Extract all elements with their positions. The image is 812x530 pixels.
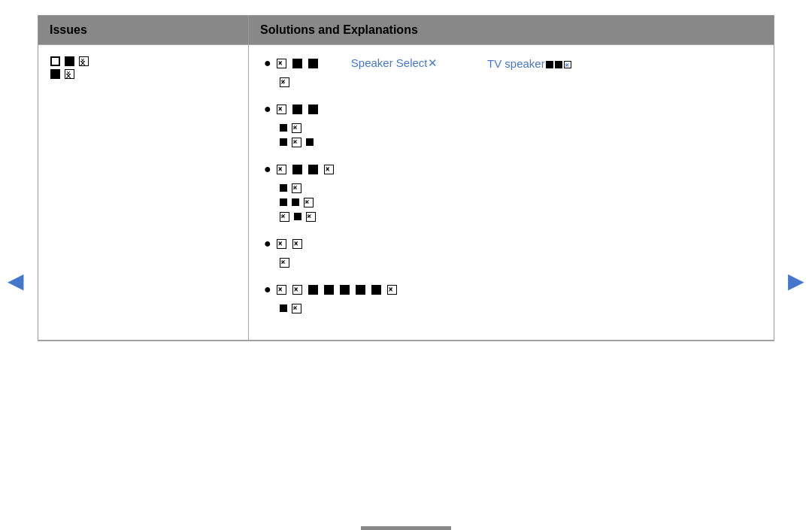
s2s2-icon2 bbox=[306, 138, 314, 146]
solution-3-sub-1: × bbox=[279, 181, 759, 193]
main-table: Issues Solutions and Explanations × bbox=[38, 15, 774, 341]
s3s1-x: × bbox=[292, 183, 301, 193]
solution-item-3: ● × × × × bbox=[264, 162, 759, 222]
issues-column: × × bbox=[38, 45, 249, 340]
s2s1-icon bbox=[280, 124, 287, 132]
page-container: ◀ ▶ Issues Solutions and Explanations × bbox=[0, 15, 812, 530]
sol1-icon-2 bbox=[292, 59, 302, 68]
issue-line-2: × bbox=[50, 69, 237, 79]
header-issues: Issues bbox=[38, 16, 249, 44]
sol5-icon-8: × bbox=[387, 285, 397, 295]
solution-3-main: ● × × bbox=[264, 162, 759, 176]
issue-icon-3: × bbox=[79, 56, 89, 66]
language-bar[interactable]: English bbox=[361, 526, 451, 530]
sol1-icon-3 bbox=[308, 59, 318, 68]
solution-1-main: ● × Speaker Select✕ TV speaker× bbox=[264, 56, 759, 70]
solution-3-sub-2: × bbox=[279, 195, 759, 207]
solution-item-4: ● × × × bbox=[264, 237, 759, 268]
solutions-column: ● × Speaker Select✕ TV speaker× × bbox=[249, 45, 774, 340]
solution-2-main: ● × bbox=[264, 102, 759, 116]
solution-5-sub-1: × bbox=[279, 301, 759, 313]
solution-1-link-2[interactable]: TV speaker× bbox=[487, 57, 572, 70]
solution-2-sub: × × bbox=[279, 121, 759, 147]
sol2-icon-1: × bbox=[277, 104, 286, 114]
solution-1-sub-1: × bbox=[279, 75, 759, 87]
sol5-icon-6 bbox=[356, 285, 365, 295]
s3s2-x: × bbox=[304, 198, 314, 207]
s2s1-x: × bbox=[292, 123, 301, 133]
sol5-icon-1: × bbox=[277, 285, 286, 295]
sol3-icon-4: × bbox=[324, 165, 334, 174]
s3s3-x2: × bbox=[306, 212, 316, 222]
bullet-2: ● bbox=[264, 102, 271, 116]
s3s3-x1: × bbox=[280, 212, 289, 222]
sol5-icon-5 bbox=[340, 285, 350, 295]
header-solutions: Solutions and Explanations bbox=[249, 16, 774, 44]
sol5-icon-7 bbox=[371, 285, 381, 295]
sol5-icon-4 bbox=[324, 285, 334, 295]
issue-icon-5: × bbox=[65, 69, 74, 79]
right-arrow-icon: ▶ bbox=[788, 268, 804, 292]
sol3-icon-2 bbox=[292, 165, 302, 174]
solution-1-link-1[interactable]: Speaker Select✕ bbox=[351, 56, 438, 70]
s3s1-i1 bbox=[280, 184, 287, 192]
issue-icon-1 bbox=[50, 56, 60, 66]
sol2-icon-2 bbox=[292, 104, 302, 114]
solution-item-1: ● × Speaker Select✕ TV speaker× × bbox=[264, 56, 759, 87]
issue-line-1: × bbox=[50, 56, 237, 66]
nav-left-button[interactable]: ◀ bbox=[8, 268, 24, 292]
issue-icon-2 bbox=[65, 56, 74, 66]
sol3-icon-1: × bbox=[277, 165, 286, 174]
table-body: × × ● × bbox=[38, 44, 774, 340]
table-divider bbox=[38, 341, 774, 341]
solution-item-2: ● × × × bbox=[264, 102, 759, 147]
sol3-icon-3 bbox=[308, 165, 318, 174]
solution-5-main: ● × × × bbox=[264, 283, 759, 296]
bullet-4: ● bbox=[264, 237, 271, 250]
solution-2-sub-1: × bbox=[279, 121, 759, 133]
bullet-3: ● bbox=[264, 162, 271, 176]
issues-content: × × bbox=[50, 56, 237, 79]
sol5-icon-2: × bbox=[292, 285, 302, 295]
s5s1-x: × bbox=[292, 304, 301, 313]
solution-1-sub: × bbox=[279, 75, 759, 87]
s2s2-x1: × bbox=[292, 138, 301, 147]
solution-4-sub: × bbox=[279, 256, 759, 268]
s3s2-i2 bbox=[292, 198, 299, 206]
bullet-1: ● bbox=[264, 56, 271, 70]
solution-3-sub-3: × × bbox=[279, 210, 759, 222]
sol4-icon-2: × bbox=[292, 239, 302, 249]
solution-2-sub-2: × bbox=[279, 135, 759, 147]
sol5-icon-3 bbox=[308, 285, 318, 295]
solution-4-sub-1: × bbox=[279, 256, 759, 268]
s5s1-i1 bbox=[280, 304, 287, 312]
sol1-icon-1: × bbox=[277, 59, 286, 68]
s2s2-icon1 bbox=[280, 138, 287, 146]
s3s3-i1 bbox=[294, 213, 301, 220]
table-header: Issues Solutions and Explanations bbox=[38, 16, 774, 44]
left-arrow-icon: ◀ bbox=[8, 268, 24, 292]
solution-item-5: ● × × × × bbox=[264, 283, 759, 313]
sol4-icon-1: × bbox=[277, 239, 286, 249]
s4s1-x: × bbox=[280, 258, 289, 268]
sol2-icon-3 bbox=[308, 104, 318, 114]
solution-5-sub: × bbox=[279, 301, 759, 313]
bullet-5: ● bbox=[264, 283, 271, 296]
solution-4-main: ● × × bbox=[264, 237, 759, 250]
solution-3-sub: × × × × bbox=[279, 181, 759, 222]
s3s2-i1 bbox=[280, 198, 287, 206]
nav-right-button[interactable]: ▶ bbox=[788, 268, 804, 292]
issue-icon-4 bbox=[50, 69, 60, 79]
